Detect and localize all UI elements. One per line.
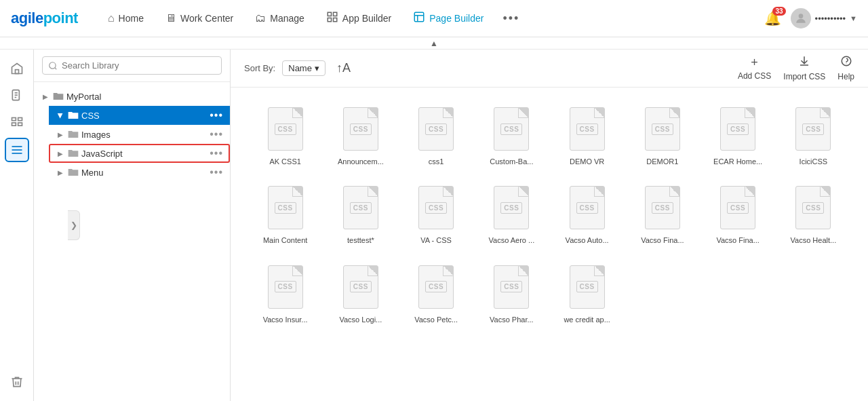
sidebar-expand-toggle[interactable]: ❯ bbox=[68, 210, 80, 240]
notification-button[interactable]: 🔔 33 bbox=[764, 10, 781, 26]
logo: agilepoint bbox=[11, 9, 78, 27]
svg-rect-4 bbox=[415, 12, 425, 22]
javascript-expand-icon: ▶ bbox=[56, 150, 65, 157]
javascript-more-button[interactable]: ••• bbox=[210, 147, 223, 159]
file-name: DEMOR1 bbox=[646, 157, 678, 166]
file-item[interactable]: CSS DEMOR1 bbox=[628, 101, 696, 170]
file-name: Vacso Logi... bbox=[339, 315, 382, 324]
css-doc-shape: CSS bbox=[268, 265, 303, 309]
home-nav-icon: ⌂ bbox=[108, 12, 115, 24]
library-panel: ❯ ▶ MyPortal ▶ bbox=[34, 50, 231, 401]
sort-az-button[interactable]: ↑A bbox=[336, 61, 351, 75]
file-name: Vacso Healt... bbox=[791, 235, 837, 245]
collapse-bar[interactable]: ▲ bbox=[0, 37, 868, 50]
nav-manage[interactable]: 🗂 Manage bbox=[245, 8, 314, 28]
file-item[interactable]: CSS Vacso Petc... bbox=[402, 259, 471, 328]
nav-workcenter[interactable]: 🖥 Work Center bbox=[156, 8, 243, 28]
file-name: Vacso Auto... bbox=[566, 235, 609, 245]
add-css-button[interactable]: + Add CSS bbox=[738, 56, 771, 81]
download-icon bbox=[798, 55, 810, 71]
tree-root-item: ▶ MyPortal ▶ CSS ••• bbox=[34, 88, 230, 182]
tree-row-menu[interactable]: ▶ Menu ••• bbox=[49, 163, 230, 182]
file-item[interactable]: CSS Vacso Fina... bbox=[628, 180, 696, 249]
add-css-label: Add CSS bbox=[738, 71, 771, 81]
file-item[interactable]: CSS Vacso Logi... bbox=[326, 259, 395, 328]
css-folder-label: CSS bbox=[81, 111, 207, 121]
file-item[interactable]: CSS DEMO VR bbox=[553, 101, 621, 170]
css-more-button[interactable]: ••• bbox=[210, 109, 223, 121]
file-item[interactable]: CSS Main Content bbox=[251, 180, 319, 249]
sidebar-home-icon-btn[interactable] bbox=[5, 56, 29, 81]
user-menu[interactable]: •••••••••• ▼ bbox=[791, 8, 857, 28]
file-item[interactable]: CSS ECAR Home... bbox=[704, 101, 772, 170]
css-file-icon: CSS bbox=[340, 184, 381, 231]
main-layout: ❯ ▶ MyPortal ▶ bbox=[0, 50, 868, 401]
sidebar-doc-icon-btn[interactable] bbox=[5, 83, 29, 108]
css-file-icon: CSS bbox=[642, 105, 683, 153]
file-item[interactable]: CSS Announcem... bbox=[326, 101, 395, 170]
css-doc-shape: CSS bbox=[343, 186, 378, 229]
sort-by-label: Sort By: bbox=[244, 63, 275, 73]
css-doc-shape: CSS bbox=[720, 107, 755, 151]
tree-row-myportal[interactable]: ▶ MyPortal bbox=[34, 88, 230, 106]
file-item[interactable]: CSS css1 bbox=[402, 101, 471, 170]
images-more-button[interactable]: ••• bbox=[210, 128, 223, 140]
plus-icon: + bbox=[751, 56, 758, 70]
folder-icon bbox=[53, 91, 64, 102]
file-item[interactable]: CSS VA - CSS bbox=[402, 180, 471, 249]
file-item[interactable]: CSS Vacso Auto... bbox=[553, 180, 621, 249]
file-item[interactable]: CSS Vacso Fina... bbox=[704, 180, 772, 249]
sidebar-grid-icon-btn[interactable] bbox=[5, 111, 29, 135]
nav-appbuilder[interactable]: App Builder bbox=[317, 7, 401, 30]
file-name: Vacso Fina... bbox=[716, 235, 759, 245]
css-badge-text: CSS bbox=[425, 202, 447, 214]
search-input[interactable] bbox=[42, 56, 222, 75]
file-item[interactable]: CSS Vacso Healt... bbox=[779, 180, 848, 249]
css-file-icon: CSS bbox=[567, 105, 608, 153]
css-file-icon: CSS bbox=[416, 184, 456, 231]
nav-pagebuilder[interactable]: Page Builder bbox=[403, 7, 493, 30]
file-item[interactable]: CSS we credit ap... bbox=[553, 259, 621, 328]
css-file-icon: CSS bbox=[717, 184, 758, 231]
sidebar-trash-icon-btn[interactable] bbox=[5, 370, 29, 394]
sort-dropdown[interactable]: Name ▾ bbox=[282, 60, 326, 76]
tree-row-javascript[interactable]: ▶ JavaScript ••• bbox=[49, 144, 230, 163]
file-item[interactable]: CSS Vacso Insur... bbox=[251, 259, 319, 328]
nav-appbuilder-label: App Builder bbox=[342, 13, 391, 24]
file-item[interactable]: CSS testtest* bbox=[326, 180, 395, 249]
css-file-icon: CSS bbox=[416, 263, 456, 311]
tree-row-css[interactable]: ▶ CSS ••• bbox=[49, 106, 230, 125]
file-item[interactable]: CSS AK CSS1 bbox=[251, 101, 319, 170]
file-item[interactable]: CSS Custom-Ba... bbox=[477, 101, 546, 170]
css-file-icon: CSS bbox=[567, 184, 608, 231]
file-name: Vacso Aero ... bbox=[489, 235, 535, 245]
tree-row-images[interactable]: ▶ Images ••• bbox=[49, 125, 230, 144]
css-doc-shape: CSS bbox=[645, 186, 680, 229]
css-file-icon: CSS bbox=[793, 105, 833, 153]
help-button[interactable]: Help bbox=[837, 55, 854, 81]
css-doc-shape: CSS bbox=[268, 186, 303, 229]
file-item[interactable]: CSS IciciCSS bbox=[779, 101, 848, 170]
css-badge-text: CSS bbox=[350, 202, 372, 214]
menu-more-button[interactable]: ••• bbox=[210, 166, 223, 178]
nav-home[interactable]: ⌂ Home bbox=[98, 8, 153, 28]
top-nav: agilepoint ⌂ Home 🖥 Work Center 🗂 Manage… bbox=[0, 0, 868, 37]
images-folder-icon bbox=[68, 129, 79, 140]
css-file-icon: CSS bbox=[265, 184, 306, 231]
css-badge-text: CSS bbox=[652, 202, 673, 214]
css-doc-shape: CSS bbox=[645, 107, 680, 151]
nav-more-button[interactable]: ••• bbox=[496, 7, 526, 30]
css-doc-shape: CSS bbox=[795, 107, 831, 151]
manage-icon: 🗂 bbox=[255, 12, 266, 24]
svg-rect-0 bbox=[328, 12, 331, 16]
file-name: Vacso Insur... bbox=[263, 315, 308, 324]
css-badge-text: CSS bbox=[500, 123, 522, 135]
file-item[interactable]: CSS Vacso Aero ... bbox=[477, 180, 546, 249]
css-file-icon: CSS bbox=[340, 263, 381, 311]
file-name: DEMO VR bbox=[570, 157, 604, 166]
file-item[interactable]: CSS Vacso Phar... bbox=[477, 259, 546, 328]
file-name: testtest* bbox=[347, 235, 374, 245]
import-css-button[interactable]: Import CSS bbox=[783, 55, 825, 81]
sidebar-active-icon-btn[interactable] bbox=[5, 138, 29, 162]
svg-rect-2 bbox=[328, 18, 331, 22]
